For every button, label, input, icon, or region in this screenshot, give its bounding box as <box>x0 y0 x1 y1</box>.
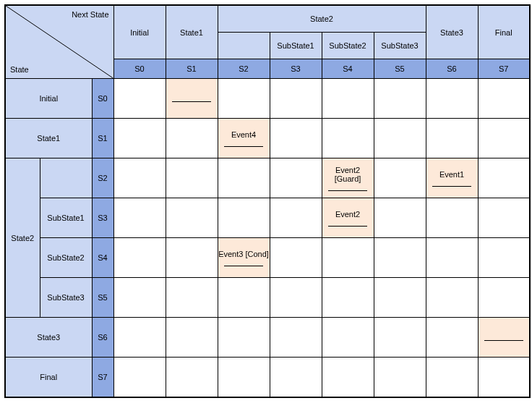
cell <box>374 318 426 358</box>
cell <box>166 119 218 158</box>
cell <box>113 278 166 318</box>
cell <box>270 119 322 158</box>
underline-icon <box>484 333 523 341</box>
cell <box>374 79 426 119</box>
cell <box>218 318 270 358</box>
cell <box>113 79 166 119</box>
row-header-state2-blank <box>40 158 92 198</box>
event-label: Event3 [Cond] <box>218 248 270 258</box>
col-header-final: Final <box>478 5 530 59</box>
cell <box>374 238 426 278</box>
row-id-s0: S0 <box>92 79 113 119</box>
col-header-state2-blank <box>218 33 270 59</box>
underline-icon <box>172 94 211 102</box>
cell <box>166 318 218 358</box>
cell <box>426 318 478 358</box>
state-label: State <box>10 65 29 74</box>
cell <box>322 278 374 318</box>
cell <box>270 238 322 278</box>
next-state-label: Next State <box>72 10 108 19</box>
cell <box>322 318 374 358</box>
row-id-s2: S2 <box>92 158 113 198</box>
row-id-s1: S1 <box>92 119 113 158</box>
cell <box>478 358 530 398</box>
cell <box>218 358 270 398</box>
col-id-s7: S7 <box>478 59 530 79</box>
cell <box>113 318 166 358</box>
col-header-initial: Initial <box>113 5 166 59</box>
cell <box>218 158 270 198</box>
row-id-s5: S5 <box>92 278 113 318</box>
underline-icon <box>224 258 263 266</box>
cell <box>374 198 426 238</box>
cell <box>166 158 218 198</box>
cell <box>322 358 374 398</box>
underline-icon <box>224 139 263 147</box>
cell <box>426 79 478 119</box>
cell <box>113 198 166 238</box>
state-transition-matrix: Next State State Initial State1 State2 S… <box>4 4 531 398</box>
corner-cell: Next State State <box>5 5 113 79</box>
col-id-s2: S2 <box>218 59 270 79</box>
event-label: Event2 [Guard] <box>322 164 374 183</box>
row-header-state2-group: State2 <box>5 158 40 318</box>
cell <box>478 238 530 278</box>
cell <box>478 198 530 238</box>
col-header-sub1: SubState1 <box>270 33 322 59</box>
row-header-sub3: SubState3 <box>40 278 92 318</box>
col-header-state1: State1 <box>166 5 218 59</box>
underline-icon <box>328 183 367 191</box>
cell <box>218 198 270 238</box>
cell <box>270 318 322 358</box>
col-header-sub2: SubState2 <box>322 33 374 59</box>
cell <box>270 358 322 398</box>
cell <box>426 198 478 238</box>
cell <box>426 358 478 398</box>
cell <box>374 119 426 158</box>
cell <box>478 79 530 119</box>
row-id-s7: S7 <box>92 358 113 398</box>
row-header-state1: State1 <box>5 119 92 158</box>
cell <box>426 278 478 318</box>
col-id-s5: S5 <box>374 59 426 79</box>
cell <box>426 119 478 158</box>
cell <box>322 119 374 158</box>
row-id-s6: S6 <box>92 318 113 358</box>
underline-icon <box>432 179 471 187</box>
event-label: Event2 <box>322 208 374 219</box>
cell <box>322 238 374 278</box>
underline-icon <box>328 219 367 227</box>
event-label: Event4 <box>218 129 270 139</box>
transition-cell: Event1 <box>426 158 478 198</box>
transition-cell: Event2 [Guard] <box>322 158 374 198</box>
col-id-s4: S4 <box>322 59 374 79</box>
col-id-s0: S0 <box>113 59 166 79</box>
cell <box>166 238 218 278</box>
cell <box>426 238 478 278</box>
cell <box>218 278 270 318</box>
row-header-state3: State3 <box>5 318 92 358</box>
col-header-state3: State3 <box>426 5 478 59</box>
transition-cell <box>166 79 218 119</box>
cell <box>166 198 218 238</box>
row-id-s4: S4 <box>92 238 113 278</box>
row-header-final: Final <box>5 358 92 398</box>
col-id-s3: S3 <box>270 59 322 79</box>
row-header-initial: Initial <box>5 79 92 119</box>
cell <box>218 79 270 119</box>
cell <box>113 358 166 398</box>
row-header-sub2: SubState2 <box>40 238 92 278</box>
transition-cell <box>478 318 530 358</box>
cell <box>374 358 426 398</box>
transition-cell: Event3 [Cond] <box>218 238 270 278</box>
cell <box>478 278 530 318</box>
cell <box>270 158 322 198</box>
cell <box>322 79 374 119</box>
col-header-state2-group: State2 <box>218 5 426 33</box>
col-id-s1: S1 <box>166 59 218 79</box>
cell <box>113 158 166 198</box>
event-label: Event1 <box>426 169 478 179</box>
col-id-s6: S6 <box>426 59 478 79</box>
row-header-sub1: SubState1 <box>40 198 92 238</box>
cell <box>270 79 322 119</box>
